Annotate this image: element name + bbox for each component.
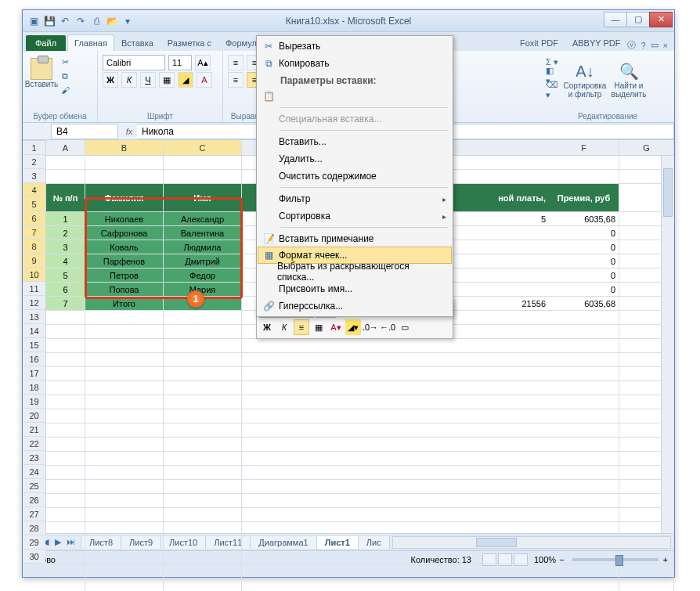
fill-color-button[interactable]: ◢ bbox=[178, 72, 193, 88]
table-header[interactable]: Фамилия bbox=[85, 184, 164, 212]
tab-insert[interactable]: Вставка bbox=[114, 34, 161, 51]
ctx-filter[interactable]: Фильтр bbox=[258, 190, 451, 207]
row-header-24[interactable]: 24 bbox=[23, 465, 45, 479]
cell[interactable] bbox=[46, 395, 85, 409]
row-header-16[interactable]: 16 bbox=[23, 352, 45, 366]
cell-bonus[interactable]: 0 bbox=[549, 283, 619, 297]
cell[interactable] bbox=[619, 578, 674, 591]
cell-num[interactable]: 4 bbox=[46, 254, 85, 268]
cell-name[interactable]: Людмила bbox=[164, 240, 242, 254]
cell[interactable] bbox=[46, 170, 85, 184]
font-name-select[interactable]: Calibri bbox=[103, 55, 165, 70]
borders-button[interactable]: ▦ bbox=[159, 72, 175, 88]
cell[interactable] bbox=[46, 339, 85, 353]
cell[interactable] bbox=[85, 325, 164, 339]
cell-surname[interactable]: Попова bbox=[85, 283, 164, 297]
cell[interactable] bbox=[549, 353, 619, 367]
cell[interactable] bbox=[46, 452, 85, 466]
bold-button[interactable]: Ж bbox=[103, 72, 118, 88]
cell[interactable] bbox=[242, 564, 549, 578]
mini-decrease-decimal-icon[interactable]: ←.0 bbox=[380, 319, 395, 335]
row-header-26[interactable]: 26 bbox=[23, 493, 45, 507]
fx-icon[interactable]: fx bbox=[121, 127, 137, 136]
mini-italic-button[interactable]: К bbox=[276, 319, 292, 335]
cell[interactable] bbox=[549, 452, 619, 466]
row-header-17[interactable]: 17 bbox=[23, 366, 45, 380]
tab-page-layout[interactable]: Разметка с bbox=[161, 34, 218, 51]
copy-icon[interactable]: ⧉ bbox=[59, 70, 71, 82]
horizontal-scrollbar[interactable] bbox=[392, 536, 671, 549]
cell[interactable] bbox=[85, 339, 164, 353]
row-header-27[interactable]: 27 bbox=[23, 507, 45, 521]
ctx-copy[interactable]: ⧉ Копировать bbox=[258, 55, 451, 72]
tab-abbyy-pdf[interactable]: ABBYY PDF bbox=[565, 34, 628, 51]
cell[interactable] bbox=[242, 480, 549, 494]
cell-surname[interactable]: Итого bbox=[85, 297, 164, 311]
cell[interactable] bbox=[549, 311, 619, 325]
cell[interactable] bbox=[85, 550, 164, 564]
cell-num[interactable]: 6 bbox=[46, 283, 85, 297]
cell[interactable] bbox=[619, 564, 674, 578]
cell[interactable] bbox=[46, 564, 85, 578]
mini-borders-button[interactable]: ▦ bbox=[311, 319, 327, 335]
cell[interactable] bbox=[46, 522, 85, 536]
ctx-paste-option[interactable]: 📋 bbox=[258, 88, 451, 105]
cell[interactable] bbox=[46, 480, 85, 494]
cell[interactable] bbox=[46, 508, 85, 522]
column-header-C[interactable]: C bbox=[164, 140, 242, 155]
cell[interactable] bbox=[242, 381, 549, 395]
cell[interactable] bbox=[46, 325, 85, 339]
cell[interactable] bbox=[85, 466, 164, 480]
cell[interactable] bbox=[164, 550, 242, 564]
cell[interactable] bbox=[242, 550, 549, 564]
cell[interactable] bbox=[85, 480, 164, 494]
cell-num[interactable]: 1 bbox=[46, 212, 85, 226]
table-header[interactable]: Премия, руб bbox=[549, 184, 619, 212]
cell[interactable] bbox=[46, 494, 85, 508]
cell[interactable] bbox=[242, 438, 549, 452]
cell[interactable] bbox=[242, 353, 549, 367]
window-restore-icon[interactable]: ▭ bbox=[651, 40, 659, 50]
cell[interactable] bbox=[164, 156, 242, 170]
cell[interactable] bbox=[46, 438, 85, 452]
cut-icon[interactable]: ✂ bbox=[59, 56, 71, 68]
cell[interactable] bbox=[164, 508, 242, 522]
cell[interactable] bbox=[85, 381, 164, 395]
cell[interactable] bbox=[164, 367, 242, 381]
row-header-1[interactable]: 1 bbox=[23, 141, 45, 155]
cell-surname[interactable]: Коваль bbox=[85, 240, 164, 254]
clear-icon[interactable]: ⌫ ▾ bbox=[546, 84, 558, 96]
cell[interactable] bbox=[164, 480, 242, 494]
cell[interactable] bbox=[85, 522, 164, 536]
cell[interactable] bbox=[85, 578, 164, 591]
cell-name[interactable]: Валентина bbox=[164, 226, 242, 240]
worksheet-grid[interactable]: 1234567891011121314151617181920212223242… bbox=[23, 140, 674, 533]
cell-name[interactable]: Федор bbox=[164, 268, 242, 283]
table-header[interactable]: № п/п bbox=[46, 184, 85, 212]
grow-font-icon[interactable]: A▴ bbox=[195, 55, 211, 70]
cell[interactable] bbox=[85, 395, 164, 409]
cell[interactable] bbox=[85, 452, 164, 466]
tab-home[interactable]: Главная bbox=[67, 34, 114, 51]
row-header-23[interactable]: 23 bbox=[23, 451, 45, 465]
vertical-scrollbar[interactable] bbox=[661, 156, 674, 533]
cell[interactable] bbox=[46, 578, 85, 591]
cell-bonus[interactable]: 6035,68 bbox=[549, 297, 619, 311]
cell[interactable] bbox=[85, 536, 164, 550]
row-header-14[interactable]: 14 bbox=[23, 324, 45, 338]
row-header-12[interactable]: 12 bbox=[23, 296, 45, 310]
row-header-21[interactable]: 21 bbox=[23, 423, 45, 437]
cell[interactable] bbox=[164, 466, 242, 480]
cell-num[interactable]: 3 bbox=[46, 240, 85, 254]
cell[interactable] bbox=[46, 409, 85, 423]
cell[interactable] bbox=[549, 480, 619, 494]
cell-num[interactable]: 7 bbox=[46, 297, 85, 311]
cell-surname[interactable]: Парфенов bbox=[85, 254, 164, 268]
cell-surname[interactable]: Петров bbox=[85, 268, 164, 283]
cell[interactable] bbox=[164, 423, 242, 438]
ctx-insert-comment[interactable]: 📝 Вставить примечание bbox=[258, 230, 451, 247]
cell[interactable] bbox=[164, 409, 242, 423]
row-header-29[interactable]: 29 bbox=[23, 535, 45, 550]
row-header-28[interactable]: 28 bbox=[23, 521, 45, 535]
font-size-select[interactable]: 11 bbox=[168, 55, 192, 70]
